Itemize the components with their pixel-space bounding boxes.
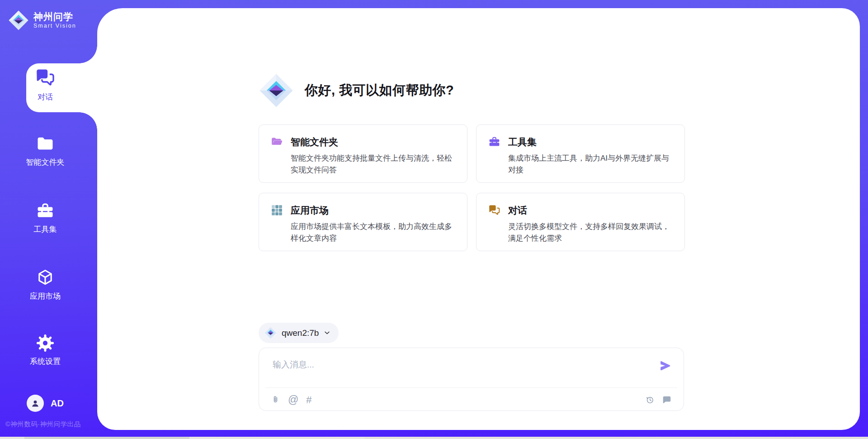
card-title: 应用市场 bbox=[291, 204, 329, 217]
card-description: 灵活切换多模型文件，支持多样回复效果调试，满足个性化需求 bbox=[508, 221, 674, 244]
folder-icon bbox=[35, 134, 55, 154]
paperclip-icon bbox=[271, 395, 280, 405]
card-title: 对话 bbox=[508, 204, 527, 217]
user-account[interactable]: AD bbox=[0, 395, 90, 412]
history-button[interactable] bbox=[645, 395, 655, 405]
feature-cards: 智能文件夹 智能文件夹功能支持批量文件上传与清洗，轻松实现文件问答 工具集 集成… bbox=[259, 124, 685, 251]
attach-file-button[interactable] bbox=[271, 395, 280, 405]
chevron-down-icon bbox=[324, 329, 330, 336]
card-title: 工具集 bbox=[508, 136, 537, 148]
card-chat[interactable]: 对话 灵活切换多模型文件，支持多样回复效果调试，满足个性化需求 bbox=[476, 193, 685, 251]
brand-diamond-icon bbox=[8, 10, 29, 31]
card-title: 智能文件夹 bbox=[291, 136, 338, 148]
card-app-market[interactable]: 应用市场 应用市场提供丰富长文本模板，助力高效生成多样化文章内容 bbox=[259, 193, 467, 251]
main-panel: 你好, 我可以如何帮助你? 智能文件夹 智能文件夹功能支持批量文件上传与清洗，轻… bbox=[97, 8, 860, 430]
message-input[interactable] bbox=[272, 358, 635, 384]
hashtag-button[interactable]: # bbox=[306, 395, 311, 405]
greeting-title: 你好, 我可以如何帮助你? bbox=[305, 81, 454, 100]
toolbox-icon bbox=[488, 135, 501, 148]
at-icon: @ bbox=[288, 395, 298, 405]
user-name: AD bbox=[51, 398, 64, 409]
sidebar-item-chat[interactable]: 对话 bbox=[0, 67, 90, 102]
chat-icon bbox=[34, 67, 56, 89]
greeting-diamond-icon bbox=[259, 73, 294, 108]
brand-title: 神州问学 bbox=[33, 11, 76, 22]
model-diamond-icon bbox=[264, 327, 277, 339]
avatar bbox=[27, 395, 44, 412]
sidebar-item-toolbox[interactable]: 工具集 bbox=[0, 201, 90, 234]
greeting: 你好, 我可以如何帮助你? bbox=[259, 73, 454, 108]
model-label: qwen2:7b bbox=[282, 328, 319, 338]
chat-bubble-icon bbox=[662, 395, 672, 405]
sidebar-item-label: 智能文件夹 bbox=[0, 157, 90, 167]
sidebar-item-label: 工具集 bbox=[0, 224, 90, 234]
send-icon bbox=[658, 359, 672, 372]
mention-button[interactable]: @ bbox=[288, 395, 298, 405]
sidebar-item-app-market[interactable]: 应用市场 bbox=[0, 268, 90, 301]
sidebar-item-smart-folder[interactable]: 智能文件夹 bbox=[0, 134, 90, 167]
cube-icon bbox=[35, 268, 55, 288]
chat-icon bbox=[488, 204, 501, 217]
sidebar: 神州问学 Smart Vision 对话 智能文件夹 bbox=[0, 0, 97, 439]
grid-icon bbox=[270, 204, 283, 217]
folder-open-icon bbox=[270, 135, 283, 148]
sidebar-item-label: 应用市场 bbox=[0, 291, 90, 301]
brand-subtitle: Smart Vision bbox=[33, 23, 76, 29]
gear-icon bbox=[35, 333, 55, 353]
hash-icon: # bbox=[306, 395, 311, 405]
feedback-button[interactable] bbox=[662, 395, 672, 405]
model-selector[interactable]: qwen2:7b bbox=[259, 323, 339, 343]
sidebar-item-label: 系统设置 bbox=[0, 356, 90, 367]
card-description: 智能文件夹功能支持批量文件上传与清洗，轻松实现文件问答 bbox=[291, 153, 456, 176]
sidebar-item-label: 对话 bbox=[0, 92, 90, 102]
copyright-footer: ©神州数码·神州问学出品 bbox=[5, 420, 81, 429]
composer-divider bbox=[265, 387, 677, 388]
card-description: 集成市场上主流工具，助力AI与外界无缝扩展与对接 bbox=[508, 153, 674, 176]
message-composer: @ # bbox=[259, 348, 684, 411]
brand-logo: 神州问学 Smart Vision bbox=[8, 10, 76, 31]
send-button[interactable] bbox=[658, 359, 672, 372]
history-icon bbox=[645, 395, 655, 405]
bottom-edge-strip bbox=[0, 437, 868, 439]
card-toolbox[interactable]: 工具集 集成市场上主流工具，助力AI与外界无缝扩展与对接 bbox=[476, 124, 685, 183]
sidebar-item-settings[interactable]: 系统设置 bbox=[0, 333, 90, 367]
card-description: 应用市场提供丰富长文本模板，助力高效生成多样化文章内容 bbox=[291, 221, 456, 244]
toolbox-icon bbox=[35, 201, 55, 221]
card-smart-folder[interactable]: 智能文件夹 智能文件夹功能支持批量文件上传与清洗，轻松实现文件问答 bbox=[259, 124, 467, 183]
